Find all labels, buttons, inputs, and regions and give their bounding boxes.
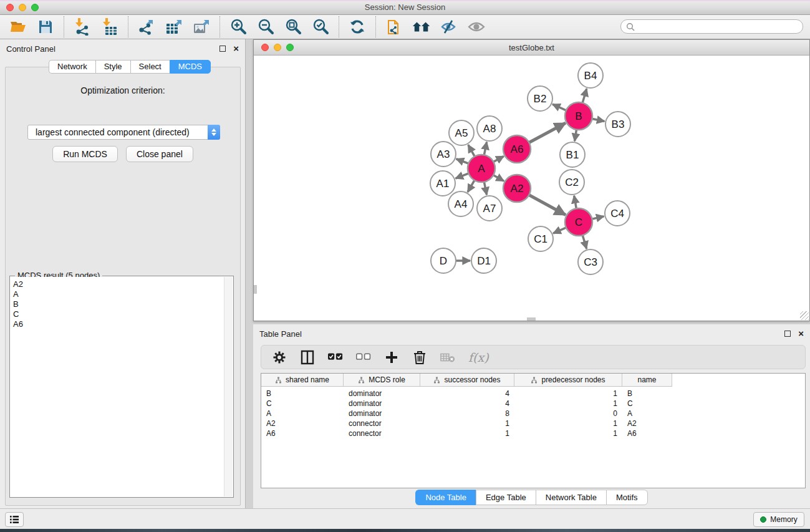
- graph-node-label-A7: A7: [483, 203, 496, 215]
- cell-mcds-role[interactable]: dominator: [344, 409, 420, 418]
- tab-node-table[interactable]: Node Table: [415, 490, 476, 505]
- tab-network[interactable]: Network: [49, 60, 95, 74]
- optimization-criterion-dropdown[interactable]: largest connected component (directed): [27, 125, 220, 140]
- result-scrollbar[interactable]: [224, 277, 233, 496]
- table-header-row: shared name MCDS role successor nodes pr…: [261, 374, 672, 387]
- result-item[interactable]: C: [13, 309, 224, 319]
- cell-successor[interactable]: 8: [420, 409, 514, 418]
- close-panel-button[interactable]: Close panel: [126, 146, 193, 162]
- table-row[interactable]: A2 connector 1 1 A2: [261, 418, 805, 428]
- canvas-vscroll-nub[interactable]: [254, 285, 257, 294]
- cell-successor[interactable]: 4: [420, 389, 514, 398]
- result-item[interactable]: A2: [13, 279, 224, 289]
- table-row[interactable]: C dominator 4 1 C: [261, 399, 805, 409]
- cell-name[interactable]: A2: [622, 419, 672, 428]
- float-panel-icon[interactable]: [219, 46, 226, 52]
- show-all-icon[interactable]: [467, 17, 486, 36]
- column-header-mcds-role[interactable]: MCDS role: [344, 374, 420, 386]
- tab-motifs[interactable]: Motifs: [606, 490, 648, 505]
- cell-shared-name[interactable]: C: [261, 399, 344, 408]
- zoom-in-icon[interactable]: [229, 17, 248, 36]
- run-mcds-button[interactable]: Run MCDS: [52, 146, 118, 162]
- cell-shared-name[interactable]: A6: [261, 429, 344, 438]
- search-field[interactable]: [620, 19, 803, 34]
- cell-predecessor[interactable]: 1: [514, 389, 622, 398]
- close-panel-icon[interactable]: ×: [233, 46, 239, 52]
- save-session-icon[interactable]: [36, 17, 55, 36]
- canvas-hscroll-nub[interactable]: [527, 317, 536, 321]
- cell-predecessor[interactable]: 1: [514, 399, 622, 408]
- home-neighbors-icon[interactable]: [412, 17, 431, 36]
- tab-edge-table[interactable]: Edge Table: [476, 490, 536, 505]
- result-item[interactable]: B: [13, 299, 224, 309]
- cell-name[interactable]: B: [622, 389, 672, 398]
- hide-selected-icon[interactable]: [440, 17, 458, 36]
- memory-status-icon: [760, 516, 766, 523]
- column-header-successor-nodes[interactable]: successor nodes: [420, 374, 514, 386]
- network-window-titlebar[interactable]: testGlobe.txt: [254, 40, 809, 56]
- column-type-icon: [275, 377, 282, 384]
- tab-select[interactable]: Select: [130, 60, 170, 74]
- export-image-icon[interactable]: [192, 17, 211, 36]
- cell-successor[interactable]: 1: [420, 419, 514, 428]
- delete-table-icon[interactable]: [440, 350, 455, 365]
- close-table-panel-icon[interactable]: ×: [798, 331, 804, 337]
- search-icon: [626, 22, 635, 31]
- graph-node-label-B4: B4: [584, 70, 597, 82]
- column-header-name[interactable]: name: [622, 374, 672, 386]
- dropdown-selected-value: largest connected component (directed): [28, 127, 208, 137]
- network-canvas[interactable]: B4B2BB3A5A8A6B1A3AC2A1A2A4A7CC4C1C3DD1: [254, 56, 809, 321]
- refresh-layout-icon[interactable]: [348, 17, 367, 36]
- cell-shared-name[interactable]: A: [261, 409, 344, 418]
- add-column-icon[interactable]: [384, 350, 399, 365]
- table-row[interactable]: A6 connector 1 1 A6: [261, 428, 805, 438]
- function-builder-icon[interactable]: f(x): [468, 351, 489, 364]
- graph-node-label-D: D: [440, 255, 447, 267]
- float-table-panel-icon[interactable]: [784, 331, 791, 337]
- export-table-icon[interactable]: [165, 17, 183, 36]
- cell-mcds-role[interactable]: dominator: [344, 389, 420, 398]
- search-input[interactable]: [638, 21, 803, 32]
- zoom-selected-icon[interactable]: [311, 17, 330, 36]
- delete-column-icon[interactable]: [412, 350, 427, 365]
- cell-predecessor[interactable]: 1: [514, 419, 622, 428]
- dropdown-stepper-icon[interactable]: [208, 125, 220, 140]
- open-file-icon[interactable]: [9, 17, 27, 36]
- column-label: successor nodes: [444, 375, 500, 384]
- cell-predecessor[interactable]: 0: [514, 409, 622, 418]
- zoom-out-icon[interactable]: [256, 17, 275, 36]
- import-network-icon[interactable]: [73, 17, 92, 36]
- result-item[interactable]: A6: [13, 319, 224, 329]
- network-from-selection-icon[interactable]: [385, 17, 403, 36]
- column-header-predecessor-nodes[interactable]: predecessor nodes: [514, 374, 622, 386]
- column-manager-icon[interactable]: [300, 350, 315, 365]
- window-resize-grip[interactable]: [800, 311, 809, 320]
- column-header-shared-name[interactable]: shared name: [261, 374, 344, 386]
- zoom-fit-icon[interactable]: [284, 17, 302, 36]
- table-row[interactable]: A dominator 8 0 A: [261, 409, 805, 418]
- settings-gear-icon[interactable]: [272, 350, 287, 365]
- memory-button[interactable]: Memory: [753, 512, 804, 527]
- tab-style[interactable]: Style: [95, 60, 130, 74]
- select-all-check-icon[interactable]: [328, 350, 343, 365]
- cell-shared-name[interactable]: A2: [261, 419, 344, 428]
- cell-name[interactable]: A6: [622, 429, 672, 438]
- cell-mcds-role[interactable]: connector: [344, 419, 420, 428]
- cell-mcds-role[interactable]: connector: [344, 429, 420, 438]
- table-row[interactable]: B dominator 4 1 B: [261, 389, 805, 399]
- cell-predecessor[interactable]: 1: [514, 429, 622, 438]
- mcds-result-box: MCDS result (5 nodes) A2 A B C A6: [9, 276, 234, 498]
- cell-successor[interactable]: 1: [420, 429, 514, 438]
- deselect-all-icon[interactable]: [356, 350, 371, 365]
- cell-name[interactable]: C: [622, 399, 672, 408]
- cell-successor[interactable]: 4: [420, 399, 514, 408]
- task-history-button[interactable]: [5, 512, 24, 527]
- cell-shared-name[interactable]: B: [261, 389, 344, 398]
- cell-mcds-role[interactable]: dominator: [344, 399, 420, 408]
- export-network-icon[interactable]: [137, 17, 156, 36]
- cell-name[interactable]: A: [622, 409, 672, 418]
- import-table-icon[interactable]: [100, 17, 119, 36]
- result-item[interactable]: A: [13, 289, 224, 299]
- tab-mcds[interactable]: MCDS: [170, 60, 211, 74]
- tab-network-table[interactable]: Network Table: [536, 490, 606, 505]
